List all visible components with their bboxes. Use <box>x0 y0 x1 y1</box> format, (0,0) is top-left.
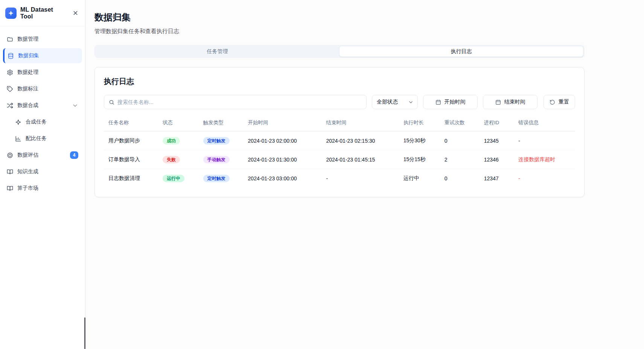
status-filter-select[interactable]: 全部状态 <box>372 95 418 109</box>
chevron-down-icon <box>408 99 414 105</box>
task-name-cell: 订单数据导入 <box>104 150 158 169</box>
col-error-info: 错误信息 <box>514 114 575 131</box>
folder-icon <box>7 36 13 43</box>
task-name-cell: 日志数据清理 <box>104 169 158 188</box>
calendar-icon <box>435 99 441 105</box>
sidebar-item-label: 数据评估 <box>17 152 38 158</box>
sidebar-item-synthesis-task[interactable]: 合成任务 <box>3 114 82 130</box>
retry-count-cell: 2 <box>440 150 480 169</box>
chevron-down-icon <box>72 102 78 109</box>
sidebar-header: ML Dataset Tool <box>0 0 85 26</box>
retry-count-cell: 0 <box>440 131 480 150</box>
status-cell: 运行中 <box>158 169 199 188</box>
reset-button[interactable]: 重置 <box>544 95 575 109</box>
sidebar-item-operator-market[interactable]: 算子市场 <box>3 181 82 196</box>
close-icon <box>72 10 79 16</box>
book-open-icon <box>7 169 13 175</box>
status-cell: 失败 <box>158 150 199 169</box>
sidebar-item-data-management[interactable]: 数据管理 <box>3 32 82 47</box>
log-table-body: 用户数据同步成功定时触发2024-01-23 02:00:002024-01-2… <box>104 131 575 188</box>
duration-cell: 15分15秒 <box>399 150 440 169</box>
end-time-cell: 2024-01-23 02:15:30 <box>321 131 399 150</box>
error-cell: - <box>514 131 575 150</box>
end-time-label: 结束时间 <box>504 99 525 105</box>
trigger-cell: 定时触发 <box>199 169 244 188</box>
sidebar-item-data-evaluation[interactable]: 数据评估 4 <box>3 148 82 163</box>
gear-icon <box>7 69 13 76</box>
start-time-label: 开始时间 <box>445 99 466 105</box>
tag-icon <box>7 86 13 92</box>
sidebar-item-data-labeling[interactable]: 数据标注 <box>3 81 82 96</box>
start-time-button[interactable]: 开始时间 <box>423 95 478 109</box>
tab-execution-logs[interactable]: 执行日志 <box>339 46 583 57</box>
col-process-id: 进程ID <box>480 114 514 131</box>
app-logo <box>5 8 17 19</box>
status-badge: 运行中 <box>163 175 184 182</box>
execution-log-table: 任务名称 状态 触发类型 开始时间 结束时间 执行时长 重试次数 进程ID 错误… <box>104 114 575 188</box>
sidebar: ML Dataset Tool 数据管理 数据归集 数据处理 数据标注 数据合成 <box>0 0 85 349</box>
evaluation-count-badge: 4 <box>70 151 78 159</box>
trigger-badge: 定时触发 <box>203 175 230 182</box>
search-input[interactable] <box>117 99 362 105</box>
error-cell: - <box>514 169 575 188</box>
col-end-time: 结束时间 <box>321 114 399 131</box>
main-content: 数据归集 管理数据归集任务和查看执行日志 任务管理 执行日志 执行日志 全部状态… <box>85 0 644 349</box>
target-icon <box>7 152 13 158</box>
col-duration: 执行时长 <box>399 114 440 131</box>
book-open-icon <box>7 185 13 192</box>
status-cell: 成功 <box>158 131 199 150</box>
shuffle-icon <box>7 102 13 109</box>
error-cell: 连接数据库超时 <box>514 150 575 169</box>
sidebar-item-data-collection[interactable]: 数据归集 <box>3 48 82 63</box>
table-row: 日志数据清理运行中定时触发2024-01-23 03:00:00-运行中0123… <box>104 169 575 188</box>
sidebar-item-data-synthesis[interactable]: 数据合成 <box>3 98 82 113</box>
sidebar-item-ratio-task[interactable]: 配比任务 <box>3 131 82 146</box>
tab-task-management[interactable]: 任务管理 <box>96 46 339 57</box>
status-filter-value: 全部状态 <box>377 99 398 105</box>
end-time-cell: - <box>321 169 399 188</box>
scrollbar-thumb[interactable] <box>84 317 85 349</box>
search-box <box>104 95 367 109</box>
duration-cell: 15分30秒 <box>399 131 440 150</box>
status-badge: 成功 <box>163 137 180 145</box>
retry-count-cell: 0 <box>440 169 480 188</box>
sidebar-close-button[interactable] <box>71 9 80 18</box>
sidebar-item-label: 数据归集 <box>18 52 39 59</box>
sidebar-nav: 数据管理 数据归集 数据处理 数据标注 数据合成 合成任务 配比任务 <box>0 26 85 201</box>
bar-chart-icon <box>15 136 21 142</box>
page-title: 数据归集 <box>94 11 585 23</box>
filter-controls: 全部状态 开始时间 结束时间 重置 <box>104 95 575 109</box>
process-id-cell: 12347 <box>480 169 514 188</box>
process-id-cell: 12345 <box>480 131 514 150</box>
sparkles-icon <box>8 10 14 16</box>
start-time-cell: 2024-01-23 01:30:00 <box>244 150 322 169</box>
tab-bar: 任务管理 执行日志 <box>94 45 585 58</box>
start-time-cell: 2024-01-23 03:00:00 <box>244 169 322 188</box>
end-time-cell: 2024-01-23 01:45:15 <box>321 150 399 169</box>
sidebar-item-label: 算子市场 <box>17 185 38 192</box>
trigger-cell: 手动触发 <box>199 150 244 169</box>
trigger-cell: 定时触发 <box>199 131 244 150</box>
calendar-icon <box>495 99 501 105</box>
database-icon <box>8 53 14 59</box>
trigger-badge: 手动触发 <box>203 156 230 163</box>
sidebar-item-label: 数据合成 <box>17 102 38 109</box>
col-task-name: 任务名称 <box>104 114 158 131</box>
col-retry-count: 重试次数 <box>440 114 480 131</box>
table-header: 任务名称 状态 触发类型 开始时间 结束时间 执行时长 重试次数 进程ID 错误… <box>104 114 575 131</box>
table-row: 订单数据导入失败手动触发2024-01-23 01:30:002024-01-2… <box>104 150 575 169</box>
end-time-button[interactable]: 结束时间 <box>483 95 537 109</box>
sidebar-item-data-processing[interactable]: 数据处理 <box>3 65 82 80</box>
sparkles-icon <box>15 119 21 125</box>
status-badge: 失败 <box>163 156 180 163</box>
app-title: ML Dataset Tool <box>20 6 67 20</box>
sidebar-item-label: 数据管理 <box>17 36 38 43</box>
task-name-cell: 用户数据同步 <box>104 131 158 150</box>
page-subtitle: 管理数据归集任务和查看执行日志 <box>94 28 585 35</box>
sidebar-item-label: 数据处理 <box>17 69 38 76</box>
sidebar-item-knowledge-generation[interactable]: 知识生成 <box>3 164 82 179</box>
sidebar-item-label: 数据标注 <box>17 85 38 92</box>
execution-log-card: 执行日志 全部状态 开始时间 结束时间 <box>94 67 585 197</box>
table-row: 用户数据同步成功定时触发2024-01-23 02:00:002024-01-2… <box>104 131 575 150</box>
process-id-cell: 12346 <box>480 150 514 169</box>
